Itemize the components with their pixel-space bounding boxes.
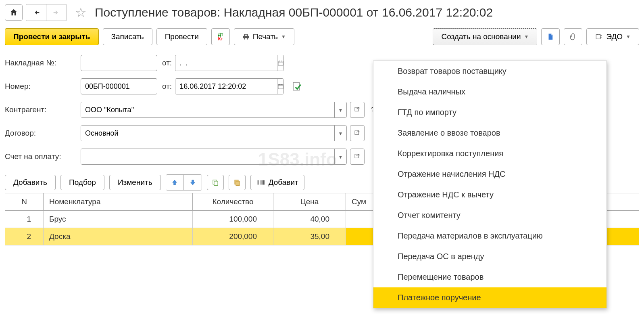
number-from-label: от: xyxy=(162,82,172,91)
paste-icon xyxy=(233,179,241,186)
number-date-wrap xyxy=(175,78,284,94)
pick-button[interactable]: Подбор xyxy=(60,175,104,190)
chevron-down-icon: ▼ xyxy=(338,107,343,113)
copy-button[interactable] xyxy=(207,175,224,190)
col-nomenclature[interactable]: Номенклатура xyxy=(44,193,193,211)
add-row-button[interactable]: Добавить xyxy=(5,175,56,190)
contract-open-button[interactable] xyxy=(350,125,365,141)
contragent-input[interactable] xyxy=(81,102,334,117)
dropdown-item[interactable]: Корректировка поступления xyxy=(373,143,606,164)
dropdown-item[interactable]: Выдача наличных xyxy=(373,82,606,102)
arrow-left-icon xyxy=(32,8,41,17)
payment-invoice-wrap: ▼ xyxy=(81,149,347,165)
back-button[interactable] xyxy=(26,4,46,21)
home-icon xyxy=(9,8,18,17)
printer-icon xyxy=(242,33,250,40)
print-button[interactable]: Печать ▼ xyxy=(234,28,294,45)
chevron-down-icon: ▼ xyxy=(626,34,631,40)
move-down-button[interactable] xyxy=(184,175,202,190)
calendar-icon xyxy=(277,83,284,90)
cell-price: 35,00 xyxy=(273,228,346,245)
main-toolbar: Провести и закрыть Записать Провести ДтК… xyxy=(5,28,639,45)
chevron-down-icon: ▼ xyxy=(338,131,343,136)
page-title: Поступление товаров: Накладная 00БП-0000… xyxy=(95,6,493,19)
edit-button[interactable]: Изменить xyxy=(109,175,161,190)
cell-n: 1 xyxy=(5,211,44,228)
arrow-right-icon xyxy=(52,8,61,17)
forward-button[interactable] xyxy=(46,4,67,21)
dropdown-item[interactable]: Заявление о ввозе товаров xyxy=(373,123,606,143)
payment-invoice-input[interactable] xyxy=(81,149,334,164)
contragent-dropdown-button[interactable]: ▼ xyxy=(334,102,346,117)
contragent-open-button[interactable] xyxy=(350,102,365,118)
calendar-icon xyxy=(277,60,284,66)
nav-group xyxy=(26,4,67,21)
move-up-button[interactable] xyxy=(166,175,184,190)
contragent-label: Контрагент: xyxy=(5,105,77,114)
contract-input[interactable] xyxy=(81,126,334,141)
post-button[interactable]: Провести xyxy=(156,28,207,45)
invoice-no-input[interactable] xyxy=(81,55,157,71)
posted-indicator xyxy=(291,80,303,92)
dropdown-item[interactable]: Возврат товаров поставщику xyxy=(373,61,606,82)
chevron-down-icon: ▼ xyxy=(338,154,343,160)
invoice-date-input[interactable] xyxy=(175,55,277,71)
create-based-on-menu: Возврат товаров поставщикуВыдача наличны… xyxy=(373,61,607,308)
open-icon xyxy=(354,153,361,160)
add-by-barcode-button[interactable]: Добавит xyxy=(250,175,304,190)
col-price[interactable]: Цена xyxy=(273,193,346,211)
dropdown-item[interactable]: Отражение начисления НДС xyxy=(373,164,606,184)
edo-button[interactable]: ЭДО ▼ xyxy=(586,28,639,45)
dropdown-item[interactable]: Платежное поручение xyxy=(373,287,606,308)
barcode-label: Добавит xyxy=(269,178,298,187)
post-and-close-button[interactable]: Провести и закрыть xyxy=(5,28,99,45)
svg-rect-1 xyxy=(278,84,283,89)
chevron-down-icon: ▼ xyxy=(281,34,286,40)
dropdown-item[interactable]: Передача ОС в аренду xyxy=(373,246,606,267)
payment-invoice-open-button[interactable] xyxy=(350,149,365,165)
check-page-icon xyxy=(292,81,302,92)
contract-dropdown-button[interactable]: ▼ xyxy=(334,126,346,141)
dropdown-item[interactable]: Отражение НДС к вычету xyxy=(373,184,606,205)
cell-qty: 100,000 xyxy=(193,211,273,228)
payment-invoice-dropdown-button[interactable]: ▼ xyxy=(334,149,346,164)
create-based-on-button[interactable]: Создать на основании ▼ xyxy=(433,28,537,45)
cell-price: 40,00 xyxy=(273,211,346,228)
move-group xyxy=(166,174,202,191)
cell-nomenclature: Доска xyxy=(44,228,193,245)
svg-rect-9 xyxy=(236,181,240,186)
dropdown-item[interactable]: Отчет комитенту xyxy=(373,205,606,226)
number-input[interactable] xyxy=(81,78,157,94)
debit-credit-button[interactable]: ДтКт xyxy=(211,28,230,45)
arrow-up-icon xyxy=(171,179,178,186)
cell-qty: 200,000 xyxy=(193,228,273,245)
number-date-input[interactable] xyxy=(175,79,277,94)
attachment-button[interactable] xyxy=(564,28,582,45)
dropdown-item[interactable]: Перемещение товаров xyxy=(373,267,606,287)
document-icon xyxy=(547,33,554,40)
contract-wrap: ▼ xyxy=(81,125,347,141)
dropdown-item[interactable]: ГТД по импорту xyxy=(373,102,606,123)
svg-rect-7 xyxy=(214,181,218,186)
dtkt-icon: ДтКт xyxy=(218,32,223,41)
col-n[interactable]: N xyxy=(5,193,44,211)
col-qty[interactable]: Количество xyxy=(193,193,273,211)
calendar-button[interactable] xyxy=(277,55,284,71)
report-button[interactable] xyxy=(541,28,560,45)
calendar-button[interactable] xyxy=(277,79,284,94)
barcode-icon xyxy=(256,179,265,186)
payment-invoice-label: Счет на оплату: xyxy=(5,152,77,161)
copy-icon xyxy=(212,179,219,186)
svg-rect-0 xyxy=(278,61,283,65)
chevron-down-icon: ▼ xyxy=(524,34,529,40)
contragent-wrap: ▼ xyxy=(81,102,347,118)
favorite-icon[interactable]: ☆ xyxy=(75,5,87,20)
home-button[interactable] xyxy=(5,4,23,21)
edo-icon xyxy=(595,33,603,40)
print-label: Печать xyxy=(253,32,278,41)
dropdown-item[interactable]: Передача материалов в эксплуатацию xyxy=(373,226,606,246)
save-button[interactable]: Записать xyxy=(103,28,152,45)
invoice-from-label: от: xyxy=(162,59,172,67)
cell-n: 2 xyxy=(5,228,44,245)
paste-button[interactable] xyxy=(229,175,246,190)
